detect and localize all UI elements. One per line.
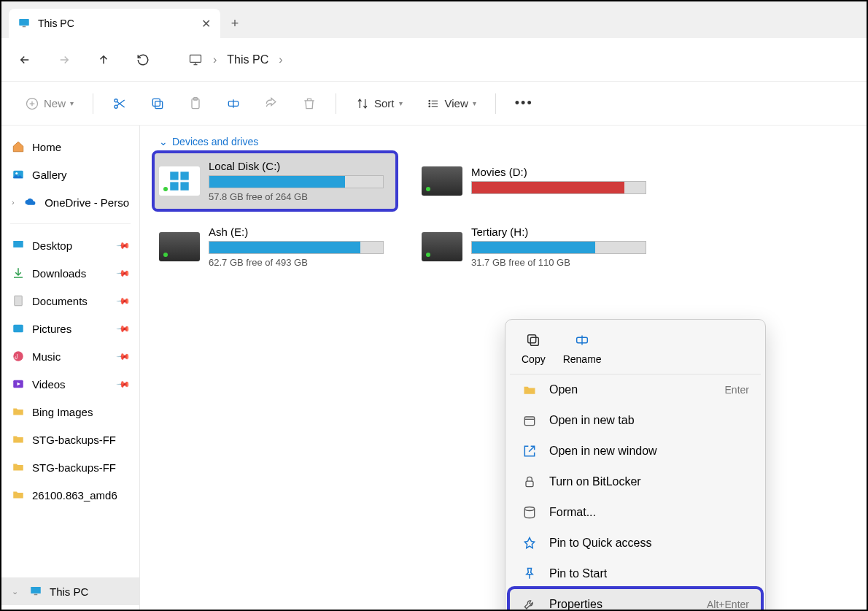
close-icon[interactable]: ✕: [200, 18, 212, 29]
view-button[interactable]: View ▾: [417, 91, 485, 117]
context-pin-quick[interactable]: Pin to Quick access: [510, 528, 761, 558]
svg-rect-27: [531, 337, 539, 345]
context-open[interactable]: OpenEnter: [510, 374, 761, 405]
share-icon: [264, 96, 279, 111]
context-pin-start[interactable]: Pin to Start: [510, 558, 761, 589]
drive-usage-bar: [209, 175, 384, 188]
pin-icon: 📌: [116, 266, 131, 281]
separator: [93, 93, 93, 114]
sidebar-item-gallery[interactable]: Gallery: [1, 161, 139, 188]
context-copy[interactable]: Copy: [522, 330, 546, 365]
breadcrumb-segment[interactable]: This PC: [227, 53, 268, 66]
sidebar-item-pictures[interactable]: Pictures📌: [1, 315, 139, 342]
drive-item[interactable]: Tertiary (H:)31.7 GB free of 110 GB: [417, 219, 658, 274]
sidebar-item-music[interactable]: Music📌: [1, 342, 139, 370]
back-button[interactable]: [16, 51, 34, 69]
chevron-right-icon: ›: [213, 53, 217, 66]
paste-button[interactable]: [179, 91, 212, 117]
rename-button[interactable]: [217, 91, 249, 117]
monitor-icon: [18, 17, 31, 30]
sidebar: Home Gallery ›OneDrive - Perso Desktop📌 …: [1, 126, 140, 610]
sidebar-item-bing[interactable]: Bing Images: [1, 398, 139, 426]
share-button[interactable]: [255, 91, 287, 117]
music-icon: [12, 350, 25, 363]
drive-item[interactable]: Local Disk (C:)57.8 GB free of 264 GB: [155, 153, 395, 209]
tab-this-pc[interactable]: This PC ✕: [9, 9, 220, 38]
drive-icon: [422, 232, 462, 261]
pin-icon: 📌: [116, 377, 131, 392]
folder-icon: [12, 433, 25, 446]
sidebar-item-documents[interactable]: Documents📌: [1, 287, 139, 315]
chevron-down-icon: ⌄: [12, 587, 22, 596]
sort-icon: [355, 96, 370, 111]
sidebar-item-videos[interactable]: Videos📌: [1, 370, 139, 398]
context-format[interactable]: Format...: [510, 497, 761, 528]
up-button[interactable]: [95, 51, 112, 69]
content-area: ⌄ Devices and drives Local Disk (C:)57.8…: [140, 126, 867, 610]
copy-button[interactable]: [142, 91, 174, 117]
format-icon: [522, 504, 538, 520]
context-rename[interactable]: Rename: [563, 330, 602, 365]
desktop-icon: [12, 239, 25, 252]
section-header[interactable]: ⌄ Devices and drives: [159, 136, 852, 147]
external-icon: [522, 443, 538, 459]
folder-icon: [12, 405, 25, 418]
drive-item[interactable]: Movies (D:): [417, 153, 658, 209]
delete-button[interactable]: [293, 91, 325, 117]
context-new-tab[interactable]: Open in new tab: [510, 405, 761, 436]
paste-icon: [188, 96, 203, 111]
drive-item[interactable]: Ash (E:)62.7 GB free of 493 GB: [155, 219, 395, 274]
pin-icon: 📌: [116, 238, 131, 253]
sidebar-item-onedrive[interactable]: ›OneDrive - Perso: [1, 188, 139, 216]
svg-rect-25: [170, 182, 178, 190]
drive-name: Movies (D:): [471, 166, 654, 178]
chevron-right-icon: ›: [12, 198, 17, 207]
sort-button[interactable]: Sort ▾: [346, 91, 411, 117]
context-properties[interactable]: PropertiesAlt+Enter: [510, 589, 761, 611]
chevron-down-icon: ▾: [399, 99, 403, 107]
pin-icon: 📌: [116, 349, 131, 364]
svg-point-4: [115, 99, 117, 101]
drive-icon: [159, 232, 200, 261]
sidebar-item-build[interactable]: 26100.863_amd6: [1, 481, 139, 509]
drives-grid: Local Disk (C:)57.8 GB free of 264 GBMov…: [155, 153, 852, 274]
separator: [336, 93, 336, 114]
sidebar-item-stg2[interactable]: STG-backups-FF: [1, 453, 139, 481]
pin-icon: [522, 535, 538, 551]
copy-icon: [523, 330, 543, 350]
pin-icon: [522, 566, 538, 582]
chevron-down-icon: ▾: [70, 99, 74, 107]
toolbar: New ▾ Sort ▾ View ▾ •••: [1, 82, 867, 126]
breadcrumb[interactable]: › This PC ›: [188, 53, 283, 67]
svg-rect-18: [13, 325, 23, 333]
sidebar-item-this-pc[interactable]: ⌄This PC: [1, 577, 139, 605]
sidebar-item-downloads[interactable]: Downloads📌: [1, 259, 139, 287]
rename-icon: [226, 96, 241, 111]
drive-free-text: 62.7 GB free of 493 GB: [209, 257, 391, 268]
context-new-window[interactable]: Open in new window: [510, 436, 761, 466]
sidebar-item-desktop[interactable]: Desktop📌: [1, 231, 139, 259]
svg-rect-7: [152, 99, 160, 106]
new-button[interactable]: New ▾: [16, 91, 82, 117]
drive-usage-bar: [209, 241, 384, 254]
new-tab-button[interactable]: +: [220, 9, 249, 38]
svg-rect-21: [31, 587, 41, 593]
svg-rect-30: [524, 417, 534, 426]
lock-icon: [522, 474, 538, 490]
copy-icon: [150, 96, 165, 111]
sidebar-item-home[interactable]: Home: [1, 133, 139, 161]
svg-point-32: [524, 507, 534, 511]
svg-rect-1: [23, 26, 26, 28]
forward-button[interactable]: [55, 51, 73, 69]
context-bitlocker[interactable]: Turn on BitLocker: [510, 466, 761, 497]
pin-icon: 📌: [116, 321, 131, 337]
trash-icon: [302, 96, 317, 111]
refresh-button[interactable]: [134, 51, 152, 69]
svg-rect-17: [15, 296, 23, 306]
folder-open-icon: [522, 382, 538, 398]
chevron-down-icon: ⌄: [159, 136, 168, 147]
drive-info: Local Disk (C:)57.8 GB free of 264 GB: [209, 160, 391, 202]
cut-button[interactable]: [104, 91, 136, 117]
sidebar-item-stg1[interactable]: STG-backups-FF: [1, 426, 139, 453]
more-button[interactable]: •••: [506, 91, 542, 117]
